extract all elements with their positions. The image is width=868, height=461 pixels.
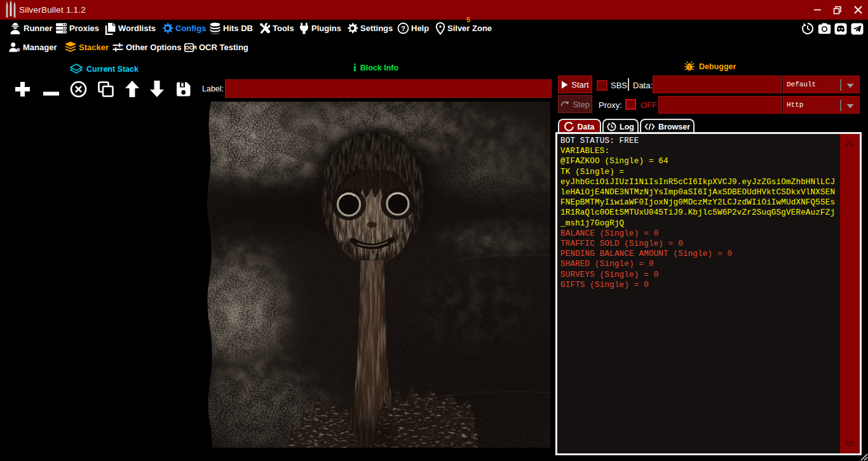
svg-text:?: ? (401, 25, 405, 32)
svg-text:R: R (193, 44, 197, 51)
svg-text:OC: OC (185, 44, 193, 51)
